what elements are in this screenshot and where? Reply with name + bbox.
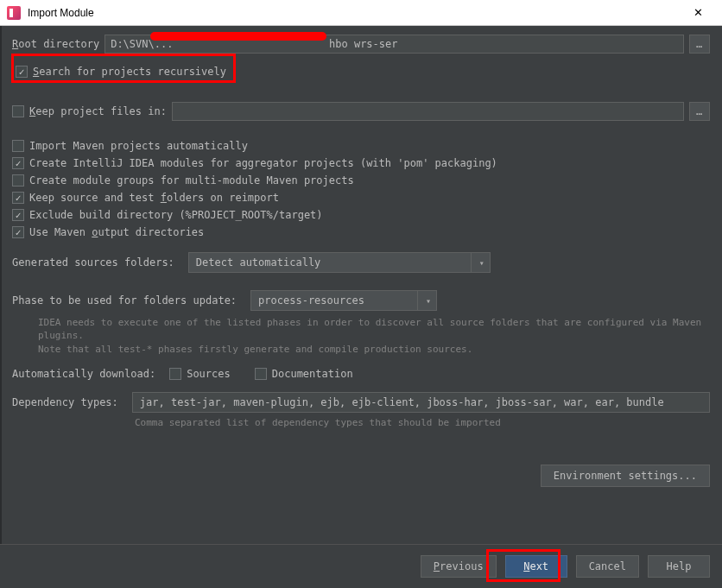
dialog-content: Root directory … Search for projects rec… bbox=[0, 26, 722, 544]
search-recursively-checkbox[interactable] bbox=[16, 66, 28, 78]
previous-button[interactable]: Previous bbox=[421, 555, 497, 578]
create-groups-checkbox[interactable] bbox=[12, 174, 24, 187]
browse-root-button[interactable]: … bbox=[689, 35, 710, 54]
create-modules-checkbox[interactable] bbox=[12, 157, 24, 169]
phase-label: Phase to be used for folders update: bbox=[12, 294, 237, 307]
environment-settings-button[interactable]: Environment settings... bbox=[541, 465, 710, 487]
phase-select[interactable]: process-resources bbox=[250, 290, 437, 311]
create-groups-label[interactable]: Create module groups for multi-module Ma… bbox=[29, 174, 354, 187]
help-button[interactable]: Help bbox=[648, 555, 710, 578]
keep-project-files-checkbox[interactable] bbox=[12, 105, 24, 117]
exclude-build-checkbox[interactable] bbox=[12, 209, 24, 221]
exclude-build-label[interactable]: Exclude build directory (%PROJECT_ROOT%/… bbox=[29, 209, 323, 221]
root-directory-input[interactable] bbox=[104, 35, 684, 54]
keep-folders-label[interactable]: Keep source and test folders on reimport bbox=[29, 192, 279, 204]
generated-sources-label: Generated sources folders: bbox=[12, 256, 174, 269]
search-recursively-label[interactable]: Search for projects recursively bbox=[33, 66, 226, 78]
use-output-checkbox[interactable] bbox=[12, 226, 24, 238]
phase-value: process-resources bbox=[258, 294, 364, 307]
app-icon bbox=[7, 6, 21, 20]
dependency-types-label: Dependency types: bbox=[12, 396, 118, 408]
titlebar: Import Module ✕ bbox=[0, 0, 722, 26]
window-title: Import Module bbox=[28, 7, 94, 19]
documentation-label[interactable]: Documentation bbox=[272, 368, 353, 380]
generated-sources-select[interactable]: Detect automatically bbox=[188, 252, 491, 273]
browse-keep-files-button[interactable]: … bbox=[689, 102, 710, 121]
root-directory-label: Root directory bbox=[12, 38, 99, 50]
dialog-footer: Previous Next Cancel Help bbox=[0, 544, 722, 588]
sources-label[interactable]: Sources bbox=[187, 368, 231, 380]
keep-folders-checkbox[interactable] bbox=[12, 192, 24, 204]
sources-checkbox[interactable] bbox=[169, 368, 181, 380]
phase-help-text: IDEA needs to execute one of the listed … bbox=[38, 316, 710, 356]
create-modules-label[interactable]: Create IntelliJ IDEA modules for aggrega… bbox=[29, 157, 497, 169]
keep-project-files-input[interactable] bbox=[172, 102, 684, 121]
auto-download-label: Automatically download: bbox=[12, 368, 155, 380]
dependency-types-input[interactable] bbox=[132, 392, 710, 413]
import-auto-checkbox[interactable] bbox=[12, 140, 24, 152]
generated-sources-value: Detect automatically bbox=[196, 256, 321, 269]
cancel-button[interactable]: Cancel bbox=[576, 555, 639, 578]
keep-project-files-label[interactable]: Keep project files in: bbox=[29, 105, 167, 117]
close-button[interactable]: ✕ bbox=[681, 1, 715, 25]
documentation-checkbox[interactable] bbox=[255, 368, 267, 380]
next-button[interactable]: Next bbox=[505, 555, 567, 578]
dependency-types-help: Comma separated list of dependency types… bbox=[135, 416, 710, 429]
use-output-label[interactable]: Use Maven output directories bbox=[29, 226, 204, 238]
import-auto-label[interactable]: Import Maven projects automatically bbox=[29, 140, 248, 152]
